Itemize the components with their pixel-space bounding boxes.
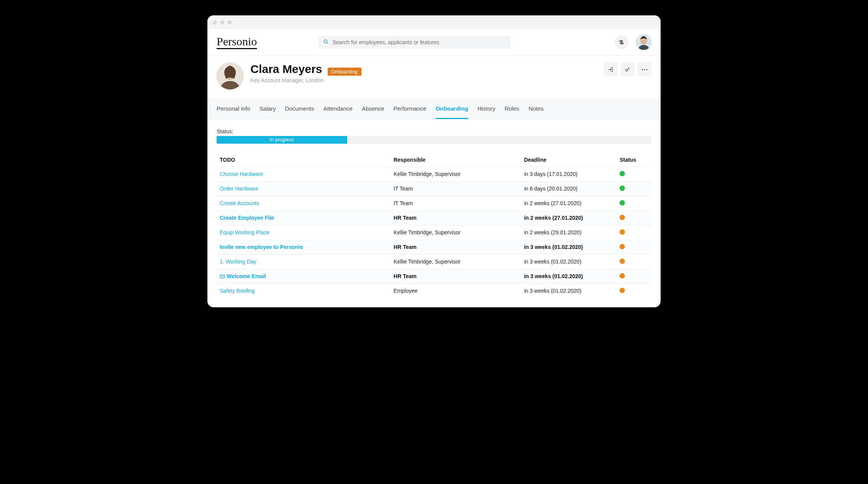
table-row: Create Employee FileHR Teamin 2 weeks (2…	[217, 211, 651, 225]
table-row: Invite new employee to PersonioHR Teamin…	[217, 240, 651, 254]
tab-onboarding[interactable]: Onboarding	[436, 99, 468, 119]
table-row: Choose HardwareKellie Timbridge, Supervi…	[217, 167, 651, 181]
todo-link[interactable]: Equip Working Place	[220, 229, 270, 235]
profile-main: Clara Meyers Onboarding Key Account Mana…	[250, 63, 361, 83]
todo-link[interactable]: Create Accounts	[220, 200, 259, 206]
todo-link[interactable]: Welcome Email	[220, 273, 266, 279]
status-cell	[616, 182, 651, 196]
table-row: Safety BriefingEmployeein 3 weeks (01.02…	[217, 283, 651, 298]
table-row: Welcome EmailHR Teamin 3 weeks (01.02.20…	[217, 269, 651, 283]
search-input[interactable]	[333, 39, 506, 45]
table-head: TODO Responsible Deadline Status	[217, 153, 651, 167]
svg-point-7	[641, 69, 643, 70]
app-window: Personio Clara Meyers Onboarding Key Acc…	[207, 15, 661, 307]
status-dot-green	[620, 200, 625, 206]
todo-link[interactable]: Safety Briefing	[220, 288, 255, 294]
col-status: Status	[616, 153, 651, 167]
tab-salary[interactable]: Salary	[260, 99, 276, 119]
status-dot-green	[620, 186, 625, 191]
status-cell	[616, 196, 651, 211]
svg-point-9	[646, 69, 647, 70]
status-badge: Onboarding	[328, 68, 361, 76]
status-cell	[616, 284, 651, 298]
todo-link[interactable]: Create Employee File	[220, 215, 274, 221]
todo-link[interactable]: Invite new employee to Personio	[220, 244, 303, 250]
tab-notes[interactable]: Notes	[528, 99, 543, 119]
onboarding-table: TODO Responsible Deadline Status Choose …	[217, 153, 651, 298]
employee-avatar[interactable]	[217, 63, 244, 90]
todo-link[interactable]: Order Hardware	[220, 186, 258, 192]
deadline-cell: in 6 days (20.01.2020)	[521, 182, 616, 196]
responsible-cell: HR Team	[391, 269, 521, 283]
tab-roles[interactable]: Roles	[505, 99, 519, 119]
status-dot-orange	[620, 229, 625, 235]
responsible-cell: IT Team	[391, 196, 521, 211]
responsible-cell: Employee	[391, 284, 521, 298]
status-dot-orange	[620, 259, 625, 264]
col-responsible: Responsible	[391, 153, 521, 167]
table-row: Order HardwareIT Teamin 6 days (20.01.20…	[217, 181, 651, 196]
table-row: Create AccountsIT Teamin 2 weeks (27.01.…	[217, 196, 651, 211]
table-row: Equip Working PlaceKellie Timbridge, Sup…	[217, 225, 651, 240]
status-cell	[616, 240, 651, 254]
mail-icon	[220, 274, 225, 279]
tab-attendance[interactable]: Attendance	[323, 99, 353, 119]
table-body: Choose HardwareKellie Timbridge, Supervi…	[217, 167, 651, 298]
responsible-cell: Kellie Timbridge, Supervisor	[391, 225, 521, 240]
deadline-cell: in 3 weeks (01.02.2020)	[521, 240, 616, 254]
tab-personal-info[interactable]: Personal info	[217, 99, 250, 119]
titlebar	[207, 15, 661, 29]
user-avatar[interactable]	[636, 35, 651, 50]
todo-link[interactable]: Choose Hardware	[220, 171, 263, 177]
search-wrap	[318, 36, 510, 49]
search-icon	[323, 39, 329, 46]
signpost-button[interactable]	[615, 35, 628, 49]
col-todo: TODO	[217, 153, 391, 167]
status-label: Status:	[217, 128, 651, 134]
progress-track: In progress	[217, 136, 651, 144]
tabbar: Personal infoSalaryDocumentsAttendanceAb…	[207, 99, 661, 119]
deadline-cell: in 3 weeks (01.02.2020)	[521, 284, 616, 298]
tab-documents[interactable]: Documents	[285, 99, 314, 119]
onboarding-content: Status: In progress TODO Responsible Dea…	[207, 119, 661, 307]
employee-name: Clara Meyers	[250, 63, 322, 76]
status-cell	[616, 167, 651, 181]
more-button[interactable]	[638, 63, 651, 76]
status-dot-orange	[620, 273, 625, 278]
tab-history[interactable]: History	[477, 99, 495, 119]
svg-rect-10	[220, 275, 225, 278]
search-box[interactable]	[318, 36, 510, 49]
deadline-cell: in 2 weeks (27.01.2020)	[521, 211, 616, 225]
tab-absence[interactable]: Absence	[362, 99, 384, 119]
responsible-cell: Kellie Timbridge, Supervisor	[391, 255, 521, 269]
progress-text: In progress	[270, 137, 294, 143]
login-as-button[interactable]	[604, 63, 618, 76]
todo-link[interactable]: 1. Working Day	[220, 259, 256, 265]
responsible-cell: HR Team	[391, 211, 521, 225]
deadline-cell: in 3 days (17.01.2020)	[521, 167, 616, 181]
status-cell	[616, 255, 651, 269]
deadline-cell: in 3 weeks (01.02.2020)	[521, 255, 616, 269]
progress-fill: In progress	[217, 136, 347, 144]
key-button[interactable]	[621, 63, 634, 76]
app-logo[interactable]: Personio	[217, 36, 257, 49]
profile-header: Clara Meyers Onboarding Key Account Mana…	[207, 56, 661, 99]
status-cell	[616, 269, 651, 283]
topbar: Personio	[207, 29, 661, 56]
profile-actions	[604, 63, 651, 76]
deadline-cell: in 3 weeks (01.02.2020)	[521, 269, 616, 283]
status-dot-green	[620, 171, 625, 176]
svg-point-6	[626, 69, 628, 71]
window-min-dot[interactable]	[220, 20, 224, 25]
status-cell	[616, 211, 651, 225]
status-dot-orange	[620, 244, 625, 249]
col-deadline: Deadline	[521, 153, 616, 167]
tab-performance[interactable]: Performance	[393, 99, 426, 119]
status-dot-orange	[620, 215, 625, 220]
table-row: 1. Working DayKellie Timbridge, Supervis…	[217, 254, 651, 269]
deadline-cell: in 2 weeks (27.01.2020)	[521, 196, 616, 211]
deadline-cell: in 2 weeks (29.01.2020)	[521, 225, 616, 240]
employee-subtitle: Key Account Manager, London	[250, 77, 361, 83]
window-max-dot[interactable]	[227, 20, 232, 25]
window-close-dot[interactable]	[213, 20, 217, 25]
